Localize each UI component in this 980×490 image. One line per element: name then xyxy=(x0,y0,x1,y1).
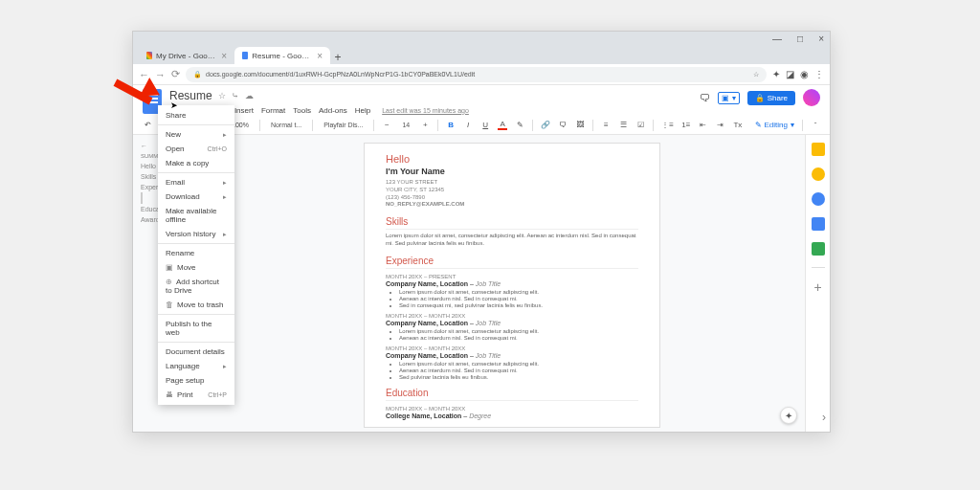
checklist-button[interactable]: ☑ xyxy=(635,121,645,129)
docs-toolbar: ↶ ↷ 🖶 Ᾱ ✎ 100% Normal t... Playfair Dis.… xyxy=(133,116,830,135)
font-size-decrease[interactable]: − xyxy=(382,121,391,129)
star-icon[interactable]: ☆ xyxy=(753,71,759,78)
menu-tools[interactable]: Tools xyxy=(293,106,311,115)
file-menu-email[interactable]: Email▸ xyxy=(158,175,234,189)
indent-decrease-button[interactable]: ⇤ xyxy=(699,121,708,129)
font-size[interactable]: 14 xyxy=(399,121,412,129)
menu-format[interactable]: Format xyxy=(261,106,285,115)
annotation-arrow xyxy=(113,88,153,96)
collapse-side-panel[interactable]: › xyxy=(822,411,826,424)
browser-tab-docs[interactable]: Resume - Google Docs × xyxy=(234,47,330,64)
url-text: docs.google.com/document/d/1uxRWH-GcpPNz… xyxy=(206,71,475,78)
drive-icon xyxy=(146,52,152,59)
menu-help[interactable]: Help xyxy=(355,106,370,115)
clear-format-button[interactable]: Tx xyxy=(733,121,743,129)
resume-name: I'm Your Name xyxy=(386,167,638,176)
font-size-increase[interactable]: + xyxy=(420,121,430,129)
move-icon[interactable]: ⤷ xyxy=(232,91,239,100)
extension-icon[interactable]: ◪ xyxy=(786,69,794,79)
image-button[interactable]: 🖼 xyxy=(575,121,585,129)
style-select[interactable]: Normal t... xyxy=(268,121,304,129)
add-on-button[interactable]: + xyxy=(813,279,821,295)
window-close[interactable]: × xyxy=(818,33,824,44)
browser-menu-icon[interactable]: ⋮ xyxy=(814,69,824,79)
browser-tab-drive[interactable]: My Drive - Google Drive × xyxy=(139,47,234,64)
file-menu-version-history[interactable]: Version history▸ xyxy=(158,227,234,241)
resume-hello: Hello xyxy=(386,153,638,165)
menubar: File Edit View Insert Format Tools Add-o… xyxy=(169,104,692,116)
calendar-icon[interactable] xyxy=(812,143,825,156)
explore-button[interactable]: ✦ xyxy=(780,407,797,424)
line-spacing-button[interactable]: ☰ xyxy=(618,121,628,129)
collapse-toolbar-button[interactable]: ˆ xyxy=(811,121,820,129)
bold-button[interactable]: B xyxy=(446,121,456,129)
extensions-icon[interactable]: ✦ xyxy=(772,69,780,79)
forward-button[interactable]: → xyxy=(155,69,166,80)
underline-button[interactable]: U xyxy=(480,121,490,129)
file-menu-open[interactable]: OpenCtrl+O xyxy=(158,142,234,156)
shortcut-icon: ⊕ xyxy=(166,278,172,286)
folder-icon: ▣ xyxy=(166,263,173,272)
file-menu-add-shortcut[interactable]: ⊕Add shortcut to Drive xyxy=(158,275,234,298)
file-menu-page-setup[interactable]: Page setup xyxy=(158,373,234,388)
file-menu-print[interactable]: 🖶PrintCtrl+P xyxy=(158,388,234,402)
job-dates: MONTH 20XX – PRESENT xyxy=(386,274,638,279)
document-page[interactable]: Hello I'm Your Name 123 YOUR STREET YOUR… xyxy=(364,143,660,428)
undo-button[interactable]: ↶ xyxy=(143,121,152,129)
keep-icon[interactable] xyxy=(812,167,825,181)
editing-mode-button[interactable]: ✎ Editing ▾ xyxy=(755,121,794,129)
profile-icon[interactable]: ◉ xyxy=(800,69,809,79)
close-icon[interactable]: × xyxy=(317,51,323,61)
file-menu-share[interactable]: Share xyxy=(158,108,234,122)
align-button[interactable]: ≡ xyxy=(601,121,611,129)
lock-icon: 🔒 xyxy=(755,94,765,102)
file-menu-trash[interactable]: 🗑Move to trash xyxy=(158,298,234,312)
comment-history-icon[interactable]: 🗨 xyxy=(700,92,710,103)
file-menu-move[interactable]: ▣Move xyxy=(158,260,234,275)
tab-label: My Drive - Google Drive xyxy=(156,52,217,60)
share-button[interactable]: 🔒Share xyxy=(747,91,795,105)
numbered-list-button[interactable]: 1≡ xyxy=(681,121,691,129)
tasks-icon[interactable] xyxy=(812,192,825,206)
reload-button[interactable]: ⟳ xyxy=(171,68,180,80)
menu-addons[interactable]: Add-ons xyxy=(319,106,347,115)
menu-insert[interactable]: Insert xyxy=(234,106,254,115)
trash-icon: 🗑 xyxy=(166,301,173,309)
window-maximize[interactable]: □ xyxy=(797,33,803,44)
cloud-icon[interactable]: ☁ xyxy=(245,91,254,100)
back-button[interactable]: ← xyxy=(139,69,149,80)
star-icon[interactable]: ☆ xyxy=(218,91,226,100)
content-area: ← Summary Hello Skills Experience Educat… xyxy=(133,135,830,432)
window-minimize[interactable]: — xyxy=(772,33,782,44)
url-field[interactable]: 🔒 docs.google.com/document/d/1uxRWH-GcpP… xyxy=(186,67,767,82)
file-menu-new[interactable]: New▸ xyxy=(158,127,234,142)
file-menu-download[interactable]: Download▸ xyxy=(158,189,234,204)
close-icon[interactable]: × xyxy=(221,51,227,61)
file-menu-publish[interactable]: Publish to the web xyxy=(158,317,234,340)
file-menu-details[interactable]: Document details xyxy=(158,345,234,359)
italic-button[interactable]: I xyxy=(463,121,473,129)
file-menu-rename[interactable]: Rename xyxy=(158,246,234,260)
contacts-icon[interactable] xyxy=(812,217,825,231)
new-tab-button[interactable]: + xyxy=(330,51,345,64)
file-menu-dropdown: Share New▸ OpenCtrl+O Make a copy Email▸… xyxy=(158,105,234,405)
file-menu-make-copy[interactable]: Make a copy xyxy=(158,156,234,170)
account-avatar[interactable] xyxy=(803,89,820,106)
window-titlebar: — □ × xyxy=(133,32,830,45)
present-icon[interactable]: ▣ ▾ xyxy=(718,92,739,104)
job-dates: MONTH 20XX – MONTH 20XX xyxy=(386,345,638,351)
file-menu-language[interactable]: Language▸ xyxy=(158,359,234,373)
edu-dates: MONTH 20XX – MONTH 20XX xyxy=(386,406,638,412)
highlight-button[interactable]: ✎ xyxy=(515,121,524,129)
comment-button[interactable]: 🗨 xyxy=(558,121,568,129)
last-edit-link[interactable]: Last edit was 15 minutes ago xyxy=(382,107,469,114)
maps-icon[interactable] xyxy=(812,242,825,256)
bulleted-list-button[interactable]: ⋮≡ xyxy=(661,121,674,129)
file-menu-offline[interactable]: Make available offline xyxy=(158,204,234,227)
link-button[interactable]: 🔗 xyxy=(541,121,550,129)
docs-icon xyxy=(242,52,248,59)
browser-tabstrip: My Drive - Google Drive × Resume - Googl… xyxy=(133,45,830,64)
font-select[interactable]: Playfair Dis... xyxy=(321,121,366,129)
indent-increase-button[interactable]: ⇥ xyxy=(716,121,725,129)
text-color-button[interactable]: A xyxy=(498,120,507,130)
